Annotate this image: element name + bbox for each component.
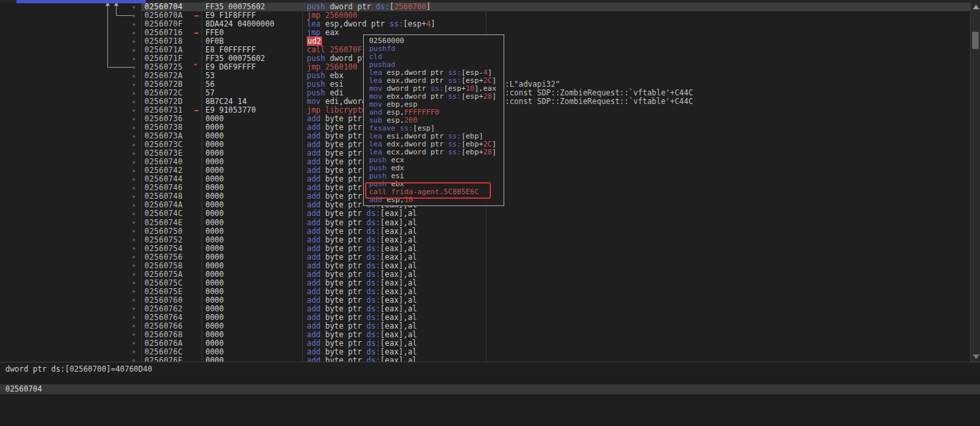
breakpoint-dot[interactable] xyxy=(133,195,135,198)
jump-direction-icon xyxy=(194,15,199,17)
address-cell: 02560764 xyxy=(144,313,183,322)
highlight-annotation-box xyxy=(365,182,491,199)
breakpoint-dot[interactable] xyxy=(133,307,135,310)
disasm-row[interactable]: 0256074E0000add byte ptr ds:[eax],al xyxy=(0,219,970,227)
disasm-row[interactable]: 025607520000add byte ptr ds:[eax],al xyxy=(0,236,970,244)
jump-direction-icon xyxy=(194,110,199,111)
address-cell: 02560750 xyxy=(144,227,183,236)
breakpoint-dot[interactable] xyxy=(133,342,135,345)
breakpoint-dot[interactable] xyxy=(133,247,135,250)
breakpoint-dot[interactable] xyxy=(133,75,135,78)
address-cell: 0256074C xyxy=(144,209,183,218)
bytes-cell: 0000 xyxy=(205,262,224,270)
breakpoint-dot[interactable] xyxy=(133,256,135,258)
breakpoint-dot[interactable] xyxy=(133,350,135,353)
jump-direction-icon: ^ xyxy=(193,62,197,71)
breakpoint-dot[interactable] xyxy=(133,230,135,233)
breakpoint-dot[interactable] xyxy=(133,127,135,129)
address-cell: 02560766 xyxy=(144,322,183,331)
breakpoint-dot[interactable] xyxy=(133,23,135,26)
breakpoint-dot[interactable] xyxy=(133,187,135,189)
bytes-cell: 0000 xyxy=(205,339,224,348)
breakpoint-dot[interactable] xyxy=(133,49,135,52)
scroll-down-arrow-icon[interactable] xyxy=(973,354,979,359)
breakpoint-dot[interactable] xyxy=(133,101,135,103)
instruction-cell: add byte ptr ds:[eax],al xyxy=(307,356,417,362)
address-cell: 0256076A xyxy=(144,339,183,348)
disasm-row[interactable]: 0256076A0000add byte ptr ds:[eax],al xyxy=(0,339,970,348)
breakpoint-dot[interactable] xyxy=(133,178,135,181)
breakpoint-dot[interactable] xyxy=(133,118,135,121)
breakpoint-dot[interactable] xyxy=(133,282,135,284)
jump-direction-icon xyxy=(194,32,199,34)
active-tab-indicator[interactable] xyxy=(17,0,146,3)
disasm-row[interactable]: 0256074C0000add byte ptr ds:[eax],al xyxy=(0,209,970,218)
breakpoint-dot[interactable] xyxy=(133,170,135,172)
column-separator[interactable] xyxy=(201,0,202,362)
address-cell: 0256075C xyxy=(144,279,183,288)
disasm-row[interactable]: 0256076C0000add byte ptr ds:[eax],al xyxy=(0,348,970,356)
address-cell: 02560768 xyxy=(144,331,183,339)
breakpoint-dot[interactable] xyxy=(133,135,135,138)
disasm-row[interactable]: 0256076E0000add byte ptr ds:[eax],al xyxy=(0,356,970,362)
bytes-cell: 0000 xyxy=(205,270,224,279)
column-separator[interactable] xyxy=(302,0,303,362)
debugger-window: 02560704FF35 00075602push dword ptr ds:[… xyxy=(0,0,980,426)
disasm-row[interactable]: 0256075C0000add byte ptr ds:[eax],al xyxy=(0,279,970,288)
bytes-cell: 0000 xyxy=(205,356,224,362)
scrollbar-thumb[interactable] xyxy=(972,32,979,49)
bytes-cell: 0000 xyxy=(205,227,224,236)
scroll-up-arrow-icon[interactable] xyxy=(973,5,979,9)
breakpoint-dot[interactable] xyxy=(133,40,135,43)
bytes-cell: 0000 xyxy=(205,313,224,322)
disassembly-panel: 02560704FF35 00075602push dword ptr ds:[… xyxy=(0,0,980,362)
bytes-cell: 0000 xyxy=(205,236,224,244)
vertical-scrollbar[interactable] xyxy=(970,0,980,362)
address-tooltip: 02560000pushfdcldpushadlea esp,dword ptr… xyxy=(363,34,504,206)
disasm-row[interactable]: 025607640000add byte ptr ds:[eax],al xyxy=(0,313,970,322)
breakpoint-dot[interactable] xyxy=(133,109,135,112)
breakpoint-dot[interactable] xyxy=(133,264,135,267)
column-separator[interactable] xyxy=(141,0,142,362)
breakpoint-dot[interactable] xyxy=(133,290,135,293)
bytes-cell: 0000 xyxy=(205,253,224,262)
disasm-row[interactable]: 0256075A0000add byte ptr ds:[eax],al xyxy=(0,270,970,279)
breakpoint-dot[interactable] xyxy=(133,239,135,241)
breakpoint-dot[interactable] xyxy=(133,273,135,276)
disasm-row[interactable]: 025607560000add byte ptr ds:[eax],al xyxy=(0,253,970,262)
breakpoint-dot[interactable] xyxy=(133,66,135,69)
breakpoint-dot[interactable] xyxy=(133,144,135,146)
breakpoint-dot[interactable] xyxy=(133,333,135,336)
bytes-cell: 0000 xyxy=(205,244,224,253)
disasm-row[interactable]: 0256075E0000add byte ptr ds:[eax],al xyxy=(0,288,970,296)
breakpoint-dot[interactable] xyxy=(133,221,135,224)
breakpoint-dot[interactable] xyxy=(133,204,135,207)
bytes-cell: 0000 xyxy=(205,279,224,288)
disasm-row[interactable]: 025607580000add byte ptr ds:[eax],al xyxy=(0,262,970,270)
disasm-row[interactable]: 025607660000add byte ptr ds:[eax],al xyxy=(0,322,970,331)
disasm-row[interactable]: 025607500000add byte ptr ds:[eax],al xyxy=(0,227,970,236)
breakpoint-dot[interactable] xyxy=(133,15,135,17)
disasm-row[interactable]: 025607680000add byte ptr ds:[eax],al xyxy=(0,331,970,339)
disasm-row[interactable]: 025607620000add byte ptr ds:[eax],al xyxy=(0,305,970,313)
breakpoint-dot[interactable] xyxy=(133,299,135,301)
disasm-row[interactable]: 025607600000add byte ptr ds:[eax],al xyxy=(0,296,970,305)
breakpoint-dot[interactable] xyxy=(133,152,135,155)
breakpoint-dot[interactable] xyxy=(133,32,135,34)
breakpoint-dot[interactable] xyxy=(133,6,135,9)
address-cell: 02560758 xyxy=(144,262,183,270)
breakpoint-dot[interactable] xyxy=(133,83,135,86)
bytes-cell: 0000 xyxy=(205,348,224,356)
address-cell: 02560756 xyxy=(144,253,183,262)
status-address-bar: 02560704 xyxy=(0,384,980,394)
breakpoint-dot[interactable] xyxy=(133,316,135,319)
breakpoint-dot[interactable] xyxy=(133,92,135,95)
breakpoint-dot[interactable] xyxy=(133,325,135,327)
address-cell: 0256075E xyxy=(144,288,183,296)
breakpoint-dot[interactable] xyxy=(133,58,135,60)
disasm-row[interactable]: 025607540000add byte ptr ds:[eax],al xyxy=(0,244,970,253)
address-cell: 02560754 xyxy=(144,244,183,253)
breakpoint-dot[interactable] xyxy=(133,161,135,164)
address-cell: 0256074E xyxy=(144,219,183,227)
breakpoint-dot[interactable] xyxy=(133,213,135,215)
